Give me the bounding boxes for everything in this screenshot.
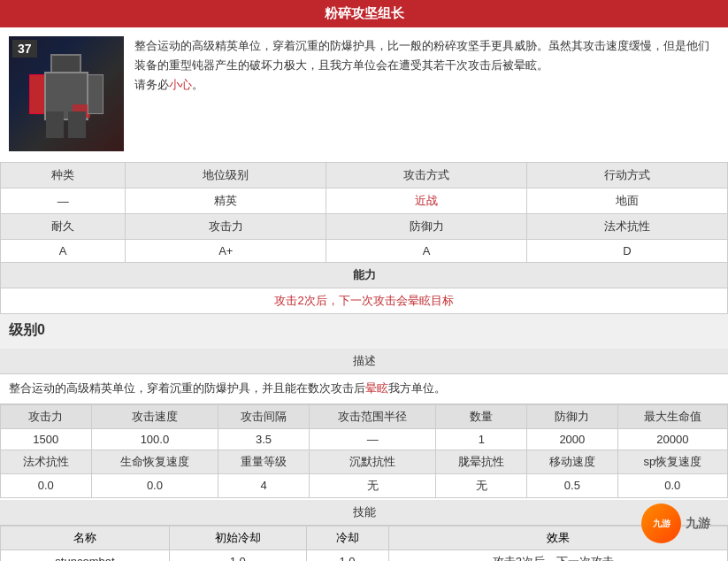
skills-title: 技能 (0, 500, 728, 526)
watermark: 九游 九游 (641, 503, 710, 543)
level-badge: 37 (12, 40, 37, 58)
robot-leg-left (46, 111, 64, 138)
watermark-circle: 九游 (641, 503, 681, 543)
level-text: 级别0 (9, 322, 45, 337)
desc-content-red: 晕眩 (365, 381, 388, 395)
cs-v12: 无 (436, 473, 527, 497)
watermark-circle-text: 九游 (653, 519, 671, 529)
desc-content-end: 我方单位。 (388, 381, 446, 395)
cs-v10: 4 (218, 473, 310, 497)
cs-v3: 3.5 (218, 428, 310, 450)
combat-stats-table: 攻击力 攻击速度 攻击间隔 攻击范围半径 数量 防御力 最大生命值 1500 1… (0, 404, 728, 498)
header-def: 防御力 (326, 214, 527, 240)
cs-v7: 20000 (617, 428, 727, 450)
top-section: 37 整合运动的高级精英单位，穿着沉重的防爆护具，比一般的粉碎攻 (0, 27, 728, 314)
header-atk: 攻击力 (126, 214, 326, 240)
basic-stats-table: 种类 地位级别 攻击方式 行动方式 — 精英 近战 地面 耐久 (0, 162, 728, 314)
header-endure: 耐久 (1, 214, 126, 240)
header-rank: 地位级别 (126, 163, 326, 188)
robot-leg-right (68, 111, 86, 138)
ability-header: 能力 (1, 263, 728, 288)
stats-table-section: 种类 地位级别 攻击方式 行动方式 — 精英 近战 地面 耐久 (0, 162, 728, 314)
description-title: 描述 (0, 349, 728, 374)
page-title: 粉碎攻坚组长 (325, 5, 404, 20)
desc-content: 整合运动的高级精英单位，穿着沉重的防爆护具，并且能在数次攻击后 (9, 381, 365, 395)
title-bar: 粉碎攻坚组长 (0, 0, 728, 27)
description-section: 描述 整合运动的高级精英单位，穿着沉重的防爆护具，并且能在数次攻击后晕眩我方单位… (0, 349, 728, 561)
cs-h4: 攻击范围半径 (309, 404, 436, 428)
val-atk: A+ (126, 240, 326, 263)
val-def: A (326, 240, 527, 263)
val-endure: A (1, 240, 126, 263)
cs-h2: 攻击速度 (91, 404, 218, 428)
cs-h14: sp恢复速度 (617, 450, 727, 473)
sk-h1: 名称 (1, 526, 170, 549)
cs-h8: 法术抗性 (1, 450, 92, 473)
page-container: 粉碎攻坚组长 37 (0, 0, 728, 561)
header-move-type: 行动方式 (527, 163, 728, 188)
val-res: D (527, 240, 728, 263)
cs-h12: 胧晕抗性 (436, 450, 527, 473)
cs-v4: — (309, 428, 436, 450)
cs-v13: 0.5 (527, 473, 618, 497)
sk-effect: 攻击2次后，下一次攻击... (388, 549, 728, 561)
cs-v14: 0.0 (617, 473, 727, 497)
cs-v9: 0.0 (91, 473, 218, 497)
cs-v5: 1 (436, 428, 527, 450)
skills-table: 名称 初始冷却 冷却 效果 stuncombat 1.0 1.0 攻击2次后，下… (0, 526, 728, 561)
cs-h10: 重量等级 (218, 450, 310, 473)
cs-v1: 1500 (1, 428, 92, 450)
description-warning-red: 小心 (169, 78, 192, 91)
level-section: 级别0 (0, 314, 728, 347)
watermark-text: 九游 (686, 516, 710, 532)
header-res: 法术抗性 (527, 214, 728, 240)
val-type: — (1, 188, 126, 214)
unit-description: 整合运动的高级精英单位，穿着沉重的防爆护具，比一般的粉碎攻坚手更具威胁。虽然其攻… (134, 36, 719, 151)
description-warning-end: 。 (192, 78, 203, 91)
description-text: 整合运动的高级精英单位，穿着沉重的防爆护具，比一般的粉碎攻坚手更具威胁。虽然其攻… (134, 39, 709, 72)
robot-arm-right (88, 74, 103, 114)
cs-h5: 数量 (436, 404, 527, 428)
cs-h9: 生命恢复速度 (91, 450, 218, 473)
cs-h1: 攻击力 (1, 404, 92, 428)
cs-v2: 100.0 (91, 428, 218, 450)
sk-h3: 冷却 (306, 526, 388, 549)
description-warning: 请务必 (134, 78, 169, 91)
cs-h13: 移动速度 (527, 450, 618, 473)
robot-shape (31, 50, 102, 138)
ability-text: 攻击2次后，下一次攻击会晕眩目标 (1, 288, 728, 314)
cs-h6: 防御力 (527, 404, 618, 428)
header-attack-type: 攻击方式 (326, 163, 527, 188)
val-move-type: 地面 (527, 188, 728, 214)
cs-h11: 沉默抗性 (309, 450, 436, 473)
cs-v11: 无 (309, 473, 436, 497)
sk-h2: 初始冷却 (169, 526, 306, 549)
val-rank: 精英 (126, 188, 326, 214)
description-content: 整合运动的高级精英单位，穿着沉重的防爆护具，并且能在数次攻击后晕眩我方单位。 (0, 374, 728, 404)
sk-cd: 1.0 (306, 549, 388, 561)
sk-name: stuncombat (1, 549, 170, 561)
val-attack-type[interactable]: 近战 (326, 188, 527, 214)
cs-h3: 攻击间隔 (218, 404, 310, 428)
cs-v6: 2000 (527, 428, 618, 450)
cs-v8: 0.0 (1, 473, 92, 497)
header-type: 种类 (1, 163, 126, 188)
robot-arm-left (29, 74, 45, 114)
sk-init: 1.0 (169, 549, 306, 561)
cs-h7: 最大生命值 (617, 404, 727, 428)
unit-image: 37 (9, 36, 124, 151)
